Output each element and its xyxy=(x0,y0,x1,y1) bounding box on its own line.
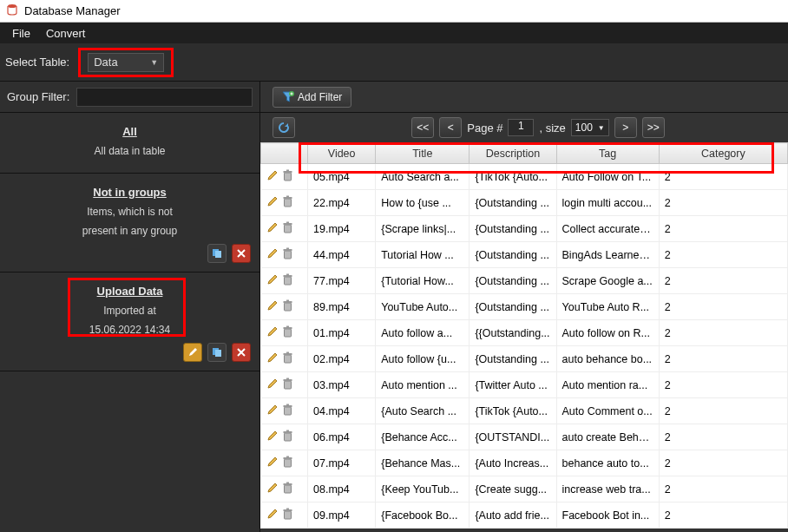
cell-description: {TikTok {Auto... xyxy=(470,164,556,190)
edit-icon[interactable] xyxy=(266,351,279,366)
table-row[interactable]: 77.mp4{Tutorial How...{Outstanding ...Sc… xyxy=(261,268,788,294)
add-filter-button[interactable]: Add Filter xyxy=(273,87,351,108)
delete-icon[interactable] xyxy=(282,247,293,262)
table-row[interactable]: 89.mp4YouTube Auto...{Outstanding ...You… xyxy=(261,294,788,320)
col-video[interactable]: Video xyxy=(308,143,376,164)
edit-icon[interactable] xyxy=(266,430,279,444)
edit-icon[interactable] xyxy=(266,247,279,262)
table-row[interactable]: 06.mp4{Behance Acc...{OUTSTANDI...auto c… xyxy=(261,424,788,450)
content-area: Add Filter << < Page # 1 , size 100▼ > >… xyxy=(260,82,788,532)
table-row[interactable]: 19.mp4{Scrape links|...{Outstanding ...C… xyxy=(261,216,788,242)
table-combo[interactable]: Data ▼ xyxy=(88,53,164,72)
edit-icon[interactable] xyxy=(266,273,279,288)
svg-rect-43 xyxy=(283,483,292,485)
page-size-combo[interactable]: 100▼ xyxy=(571,119,609,136)
cell-video: 04.mp4 xyxy=(308,398,376,424)
delete-icon[interactable] xyxy=(282,195,293,210)
edit-icon[interactable] xyxy=(266,378,279,392)
cell-title: {Facebook Bo... xyxy=(376,502,470,529)
cell-category: 2 xyxy=(659,242,787,268)
svg-point-0 xyxy=(8,4,16,8)
row-actions xyxy=(261,294,308,320)
delete-icon[interactable] xyxy=(282,378,293,392)
delete-icon[interactable] xyxy=(282,273,293,288)
cell-category: 2 xyxy=(659,476,787,502)
svg-rect-39 xyxy=(284,459,291,467)
svg-rect-32 xyxy=(286,378,289,380)
page-next-button[interactable]: > xyxy=(614,117,637,138)
table-row[interactable]: 07.mp4{Behance Mas...{Auto Increas...beh… xyxy=(261,450,788,476)
copy-button[interactable] xyxy=(207,244,227,263)
svg-rect-15 xyxy=(284,251,291,259)
svg-rect-14 xyxy=(286,222,289,224)
col-category[interactable]: Category xyxy=(659,143,787,164)
table-row[interactable]: 03.mp4Auto mention ...{Twitter Auto ...A… xyxy=(261,372,788,398)
sidebar: Group Filter: All All data in table Not … xyxy=(0,82,260,532)
edit-icon[interactable] xyxy=(266,221,279,236)
table-row[interactable]: 04.mp4{Auto Search ...{TikTok {Auto...Au… xyxy=(261,398,788,424)
table-row[interactable]: 09.mp4{Facebook Bo...{Auto add frie...Fa… xyxy=(261,502,788,529)
copy-button[interactable] xyxy=(207,343,227,362)
funnel-icon xyxy=(282,91,294,103)
table-row[interactable]: 02.mp4Auto follow {u...{Outstanding ...a… xyxy=(261,346,788,372)
delete-icon[interactable] xyxy=(282,430,293,444)
edit-button[interactable] xyxy=(183,343,202,362)
delete-icon[interactable] xyxy=(282,351,293,366)
delete-icon[interactable] xyxy=(282,169,293,184)
delete-icon[interactable] xyxy=(282,299,293,314)
paginator: << < Page # 1 , size 100▼ > >> xyxy=(260,113,788,142)
cell-title: Auto follow {u... xyxy=(376,346,470,372)
cell-title: {Behance Mas... xyxy=(376,450,470,476)
svg-rect-30 xyxy=(284,381,291,389)
table-row[interactable]: 01.mp4Auto follow a...{{Outstanding...Au… xyxy=(261,320,788,346)
row-actions xyxy=(261,450,308,476)
delete-icon[interactable] xyxy=(282,482,293,496)
cell-title: {Keep YouTub... xyxy=(376,476,470,502)
table-row[interactable]: 44.mp4Tutorial How ...{Outstanding ...Bi… xyxy=(261,242,788,268)
group-not-in-groups[interactable]: Not in groups Items, which is not presen… xyxy=(0,174,259,273)
edit-icon[interactable] xyxy=(266,482,279,496)
table-row[interactable]: 05.mp4Auto Search a...{TikTok {Auto...Au… xyxy=(261,164,788,190)
group-desc-line1: Imported at xyxy=(0,305,259,317)
delete-icon[interactable] xyxy=(282,456,293,470)
cell-title: How to {use ... xyxy=(376,190,470,216)
col-title[interactable]: Title xyxy=(376,143,470,164)
page-prev-button[interactable]: < xyxy=(439,117,462,138)
delete-button[interactable] xyxy=(232,343,251,362)
cell-video: 03.mp4 xyxy=(308,372,376,398)
page-number-input[interactable]: 1 xyxy=(508,119,534,136)
svg-rect-11 xyxy=(286,196,289,198)
edit-icon[interactable] xyxy=(266,299,279,314)
edit-icon[interactable] xyxy=(266,169,279,184)
menu-convert[interactable]: Convert xyxy=(39,24,93,43)
col-description[interactable]: Description xyxy=(470,143,556,164)
page-first-button[interactable]: << xyxy=(411,117,434,138)
col-tag[interactable]: Tag xyxy=(556,143,659,164)
delete-icon[interactable] xyxy=(282,325,293,340)
delete-button[interactable] xyxy=(232,244,251,263)
table-row[interactable]: 22.mp4How to {use ...{Outstanding ...log… xyxy=(261,190,788,216)
table-row[interactable]: 08.mp4{Keep YouTub...{Create sugg...incr… xyxy=(261,476,788,502)
edit-icon[interactable] xyxy=(266,325,279,340)
edit-icon[interactable] xyxy=(266,404,279,418)
delete-icon[interactable] xyxy=(282,221,293,236)
filter-toolbar: Add Filter xyxy=(260,82,788,113)
group-title: All xyxy=(0,125,259,138)
menu-file[interactable]: File xyxy=(5,24,37,43)
page-last-button[interactable]: >> xyxy=(642,117,665,138)
cell-description: {Outstanding ... xyxy=(470,190,556,216)
edit-icon[interactable] xyxy=(266,195,279,210)
svg-rect-31 xyxy=(283,379,292,381)
cell-tag: Collect accurate i... xyxy=(556,216,659,242)
group-all[interactable]: All All data in table xyxy=(0,113,259,174)
svg-rect-2 xyxy=(215,251,221,258)
edit-icon[interactable] xyxy=(266,456,279,470)
refresh-button[interactable] xyxy=(273,117,295,138)
delete-icon[interactable] xyxy=(282,404,293,418)
group-upload-data[interactable]: Upload Data Imported at 15.06.2022 14:34 xyxy=(0,273,259,371)
delete-icon[interactable] xyxy=(282,508,293,522)
edit-icon[interactable] xyxy=(266,508,279,522)
group-filter-input[interactable] xyxy=(76,88,253,107)
svg-rect-29 xyxy=(286,352,289,354)
cell-title: Tutorial How ... xyxy=(376,242,470,268)
